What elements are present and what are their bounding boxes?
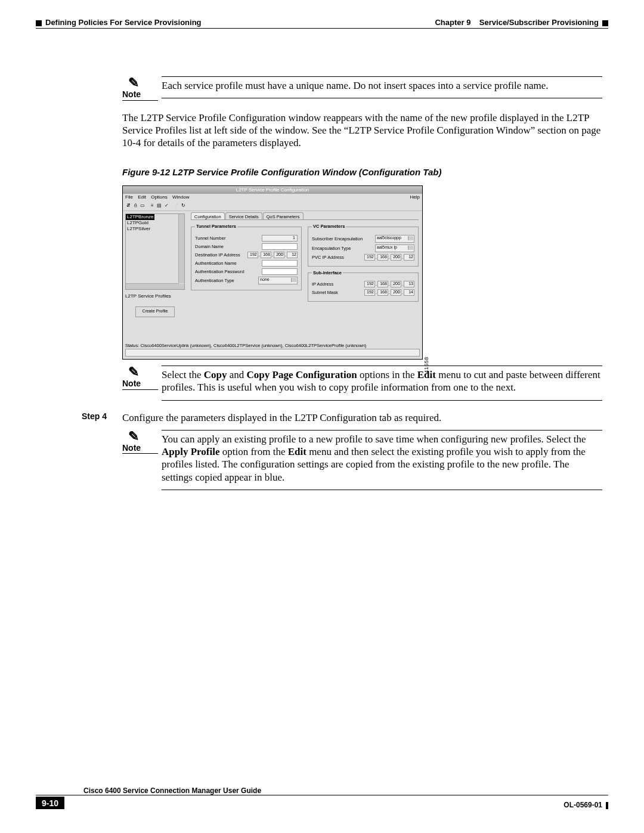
menu-options[interactable]: Options (151, 194, 168, 200)
note-block: ✎ Note Select the Copy and Copy Page Con… (122, 366, 602, 401)
tabs: Configuration Service Details QoS Parame… (191, 212, 419, 219)
header-chapter: Chapter 9 (435, 18, 470, 27)
auth-type-label: Authentication Type (195, 278, 256, 283)
vc-parameters-group: VC Parameters Subscriber Encapsulationaa… (308, 224, 419, 266)
sub-encap-label: Subscriber Encapsulation (312, 236, 373, 241)
tab-service-details[interactable]: Service Details (225, 212, 262, 219)
subnet-mask-field[interactable]: 192. 168. 200. 14 (364, 289, 414, 296)
scrollbar-vertical[interactable] (178, 214, 184, 283)
sub-encap-select[interactable]: aal5ciscoppp (375, 235, 414, 243)
create-profile-button[interactable]: Create Profile (135, 306, 175, 317)
l2tp-config-window: L2TP Service Profile Configuration File … (122, 185, 423, 360)
step-label: Step 4 (82, 411, 122, 424)
toolbar-icon[interactable]: ▭ (140, 203, 145, 209)
ip-address-label: IP Address (312, 281, 362, 287)
sidebar: L2TPBronze L2TPGold L2TPSilver L2TP Serv… (123, 211, 187, 339)
menu-help[interactable]: Help (410, 194, 420, 200)
auth-name-field[interactable] (262, 260, 298, 267)
pvc-ip-field[interactable]: 192. 168. 200. 12 (364, 254, 414, 261)
toolbar-icon[interactable]: ⇵ (125, 203, 131, 209)
menu-file[interactable]: File (125, 194, 133, 200)
note-text: Each service profile must have a unique … (162, 76, 602, 98)
footer-guide-title: Cisco 6400 Service Connection Manager Us… (36, 786, 608, 795)
profiles-listbox[interactable]: L2TPBronze L2TPGold L2TPSilver (125, 213, 185, 290)
refresh-icon[interactable]: ↻ (180, 203, 186, 209)
header-left: Defining Policies For Service Provisioni… (45, 18, 202, 27)
note-text: Select the Copy and Copy Page Configurat… (162, 366, 602, 401)
profiles-label: L2TP Service Profiles (125, 293, 185, 299)
encap-type-label: Encapsulation Type (312, 246, 373, 251)
toolbar-icon[interactable]: ≡ (149, 203, 155, 209)
subnet-mask-label: Subnet Mask (312, 290, 362, 295)
pencil-icon: ✎ (128, 430, 158, 443)
domain-name-label: Domain Name (195, 244, 259, 249)
step-text: Configure the parameters displayed in th… (122, 411, 602, 424)
list-item-selected[interactable]: L2TPBronze (126, 214, 154, 220)
figure-caption: Figure 9-12 L2TP Service Profile Configu… (122, 167, 602, 178)
dest-ip-label: Destination IP Address (195, 252, 245, 258)
header-title: Service/Subscriber Provisioning (479, 18, 599, 27)
doc-number: OL-0569-01 (564, 801, 602, 809)
note-block: ✎ Note You can apply an existing profile… (122, 430, 602, 490)
auth-name-label: Authentication Name (195, 261, 259, 266)
status-bar: Status: Cisco6400ServiceUplink (unknown)… (125, 343, 420, 357)
scrollbar-horizontal[interactable] (126, 283, 179, 289)
list-item[interactable]: L2TPSilver (126, 226, 184, 232)
pencil-icon: ✎ (128, 76, 158, 89)
menu-edit[interactable]: Edit (138, 194, 146, 200)
toolbar: ⇵ ⎙ ▭ ≡ ▤ ✓ ❔ ↻ (123, 201, 422, 211)
page-number: 9-10 (36, 797, 64, 809)
window-titlebar: L2TP Service Profile Configuration (123, 186, 422, 194)
tunnel-parameters-group: Tunnel Parameters Tunnel Number1 Domain … (191, 224, 302, 290)
menu-window[interactable]: Window (172, 194, 189, 200)
note-block: ✎ Note Each service profile must have a … (122, 76, 602, 101)
domain-name-field[interactable] (262, 243, 298, 250)
note-text: You can apply an existing profile to a n… (162, 430, 602, 490)
body-paragraph: The L2TP Service Profile Configuration w… (122, 112, 602, 150)
toolbar-icon[interactable]: ▤ (156, 203, 162, 209)
note-label: Note (122, 379, 158, 390)
figure-id: 41558 (424, 357, 431, 373)
step-row: Step 4 Configure the parameters displaye… (82, 411, 602, 424)
tunnel-number-field[interactable]: 1 (262, 235, 298, 241)
page-header: Defining Policies For Service Provisioni… (36, 18, 608, 27)
tunnel-legend: Tunnel Parameters (195, 224, 237, 229)
sub-interface-group: Sub-Interface IP Address 192. 168. 200. … (308, 270, 419, 302)
note-label: Note (122, 89, 158, 101)
sub-interface-legend: Sub-Interface (312, 270, 343, 275)
list-item[interactable]: L2TPGold (126, 220, 184, 226)
auth-type-select[interactable]: none (258, 277, 298, 284)
auth-password-label: Authentication Password (195, 269, 259, 274)
status-text: Status: Cisco6400ServiceUplink (unknown)… (125, 343, 420, 348)
tab-configuration[interactable]: Configuration (191, 212, 225, 219)
dest-ip-field[interactable]: 192. 168. 200. 12 (247, 252, 298, 258)
vc-legend: VC Parameters (312, 224, 346, 229)
check-icon[interactable]: ✓ (163, 203, 169, 209)
ip-address-field[interactable]: 192. 168. 200. 13 (364, 281, 414, 287)
tab-qos-parameters[interactable]: QoS Parameters (263, 212, 304, 219)
pencil-icon: ✎ (128, 366, 158, 379)
encap-type-select[interactable]: aal5mux ip (375, 244, 414, 252)
tunnel-number-label: Tunnel Number (195, 236, 259, 241)
pvc-ip-label: PVC IP Address (312, 255, 362, 260)
print-icon[interactable]: ⎙ (132, 203, 138, 209)
help-icon[interactable]: ❔ (173, 203, 179, 209)
page-footer: Cisco 6400 Service Connection Manager Us… (36, 786, 608, 809)
menubar: File Edit Options Window Help (123, 194, 422, 201)
auth-password-field[interactable] (262, 268, 298, 275)
note-label: Note (122, 443, 158, 454)
